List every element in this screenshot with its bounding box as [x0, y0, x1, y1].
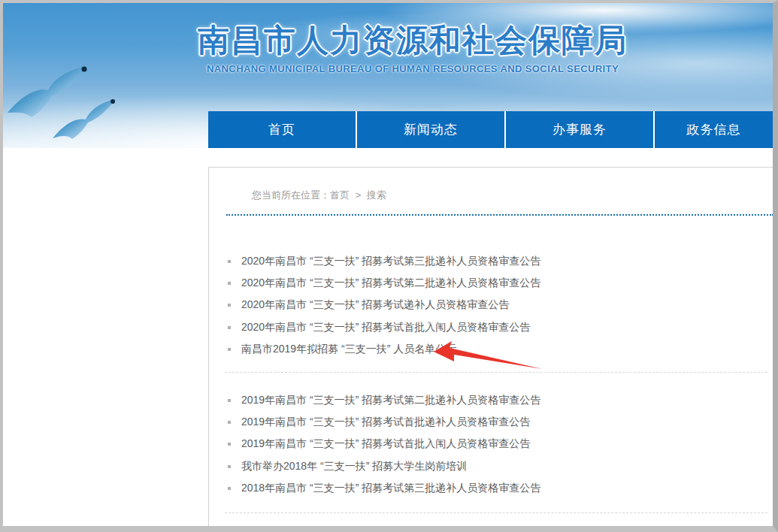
bullet-icon: [228, 443, 231, 446]
nav-item-gov-info[interactable]: 政务信息: [655, 111, 773, 148]
result-item: 我市举办2018年 “三支一扶” 招募大学生岗前培训: [225, 455, 758, 477]
main-nav: 首页 新闻动态 办事服务 政务信息: [208, 111, 773, 148]
bullet-icon: [228, 348, 231, 351]
browser-window: 南昌市人力资源和社会保障局 NANCHANG MUNICIPAL BUREAU …: [0, 0, 778, 532]
bullet-icon: [228, 465, 231, 468]
result-item: 2019年南昌市 “三支一扶” 招募考试第二批递补人员资格审查公告: [225, 389, 758, 411]
nav-item-news[interactable]: 新闻动态: [357, 111, 506, 148]
group-divider: [225, 372, 767, 373]
site-subtitle: NANCHANG MUNICIPAL BUREAU OF HUMAN RESOU…: [187, 63, 638, 74]
bullet-icon: [228, 326, 231, 329]
result-link[interactable]: 2020年南昌市 “三支一扶” 招募考试首批入闱人员资格审查公告: [241, 321, 530, 334]
result-item: 2018年南昌市 “三支一扶” 招募考试第三批递补人员资格审查公告: [225, 478, 758, 500]
breadcrumb-divider: [226, 214, 773, 216]
result-link[interactable]: 2019年南昌市 “三支一扶” 招募考试首批递补人员资格审查公告: [241, 416, 530, 429]
bullet-icon: [228, 399, 231, 402]
site-title: 南昌市人力资源和社会保障局: [187, 23, 638, 58]
breadcrumb-current: 搜索: [367, 189, 386, 201]
result-item: 2020年南昌市 “三支一扶” 招募考试第二批递补人员资格审查公告: [225, 272, 758, 294]
result-item: 2020年南昌市 “三支一扶” 招募考试第三批递补人员资格审查公告: [225, 250, 758, 272]
result-link[interactable]: 我市举办2018年 “三支一扶” 招募大学生岗前培训: [241, 460, 467, 473]
result-link[interactable]: 2019年南昌市 “三支一扶” 招募考试首批入闱人员资格审查公告: [241, 437, 530, 451]
bullet-icon: [228, 304, 231, 307]
seagulls-image: [6, 66, 141, 149]
result-link[interactable]: 2020年南昌市 “三支一扶” 招募考试第三批递补人员资格审查公告: [241, 255, 540, 268]
annotation-arrow-icon: [424, 338, 544, 372]
annotation-arrow-shape: [434, 341, 542, 369]
result-item: 2020年南昌市 “三支一扶” 招募考试首批入闱人员资格审查公告: [225, 316, 758, 338]
group-divider: [225, 512, 767, 513]
page: 南昌市人力资源和社会保障局 NANCHANG MUNICIPAL BUREAU …: [3, 3, 773, 526]
result-item: 2019年南昌市 “三支一扶” 招募考试首批入闱人员资格审查公告: [225, 434, 758, 455]
breadcrumb: 您当前所在位置：首页 > 搜索: [252, 189, 386, 202]
seagull-icon: [53, 99, 116, 139]
result-link[interactable]: 2020年南昌市 “三支一扶” 招募考试递补人员资格审查公告: [241, 298, 509, 312]
breadcrumb-prefix: 您当前所在位置：: [252, 189, 330, 201]
bullet-icon: [228, 282, 231, 285]
breadcrumb-home-link[interactable]: 首页: [330, 189, 350, 201]
bullet-icon: [228, 421, 231, 424]
bullet-icon: [228, 487, 231, 490]
nav-item-home[interactable]: 首页: [208, 111, 357, 148]
result-list-2019: 2019年南昌市 “三支一扶” 招募考试第二批递补人员资格审查公告 2019年南…: [225, 389, 758, 500]
result-item: 2019年南昌市 “三支一扶” 招募考试首批递补人员资格审查公告: [225, 411, 758, 433]
result-item: 2020年南昌市 “三支一扶” 招募考试递补人员资格审查公告: [225, 295, 758, 316]
result-link[interactable]: 2018年南昌市 “三支一扶” 招募考试第三批递补人员资格审查公告: [241, 482, 540, 495]
bullet-icon: [228, 260, 231, 263]
result-link[interactable]: 2019年南昌市 “三支一扶” 招募考试第二批递补人员资格审查公告: [241, 394, 540, 407]
seagull-icon: [8, 66, 87, 117]
result-link[interactable]: 2020年南昌市 “三支一扶” 招募考试第二批递补人员资格审查公告: [241, 277, 540, 290]
nav-item-services[interactable]: 办事服务: [506, 111, 655, 148]
breadcrumb-separator: >: [356, 189, 362, 201]
site-title-block: 南昌市人力资源和社会保障局 NANCHANG MUNICIPAL BUREAU …: [187, 23, 638, 74]
